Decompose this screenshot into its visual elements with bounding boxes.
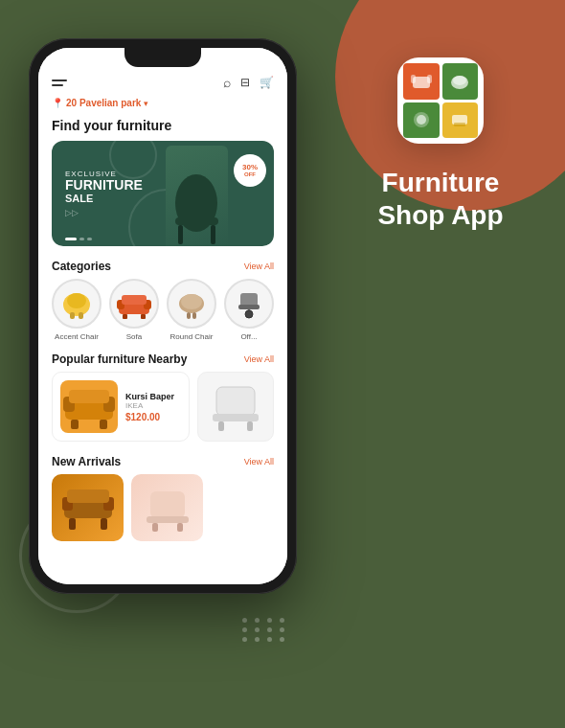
new-arrivals-title: New Arrivals — [52, 455, 121, 468]
svg-rect-1 — [175, 217, 218, 225]
svg-rect-30 — [218, 421, 224, 431]
banner-furniture-label: FURNITURE — [65, 178, 260, 193]
arrival-card-2[interactable] — [131, 474, 203, 541]
app-icon-q1 — [403, 63, 440, 100]
category-round-chair-icon — [167, 279, 216, 329]
svg-rect-29 — [213, 414, 259, 421]
svg-rect-28 — [216, 387, 255, 416]
category-accent-chair[interactable]: Accent Chair — [52, 279, 102, 341]
svg-rect-38 — [150, 491, 185, 518]
popular-section-header: Popular furniture Nearby View All — [38, 349, 287, 372]
location-chevron-icon: ▾ — [144, 99, 148, 108]
svg-rect-3 — [211, 225, 215, 244]
popular-card-2[interactable] — [197, 372, 274, 442]
top-action-icons: ⌕ ⊟ 🛒 — [223, 75, 274, 90]
new-arrivals-row — [38, 474, 287, 541]
location-text: 20 Pavelian park — [66, 98, 141, 108]
right-content: Furniture Shop App FurnitureShop App — [345, 57, 536, 231]
svg-rect-2 — [178, 225, 183, 244]
svg-rect-31 — [247, 421, 253, 431]
menu-icon[interactable] — [52, 80, 67, 86]
bg-decoration-dots — [242, 618, 287, 642]
svg-rect-40 — [152, 523, 158, 532]
popular-card-1-brand: IKEA — [125, 401, 181, 410]
category-sofa[interactable]: Sofa — [109, 279, 159, 341]
banner-sale-label: SALE — [65, 193, 260, 204]
svg-point-15 — [181, 294, 202, 309]
banner-dot-1 — [65, 238, 77, 240]
svg-rect-13 — [141, 314, 146, 319]
svg-rect-44 — [427, 75, 432, 83]
promo-banner[interactable]: EXCLUSIVE FURNITURE SALE ▷▷ — [52, 141, 274, 246]
phone-mockup: ⌕ ⊟ 🛒 📍 20 Pavelian park ▾ Find your fur… — [29, 38, 297, 594]
search-icon[interactable]: ⌕ — [223, 75, 231, 90]
popular-card-1-info: Kursi Baper IKEA $120.00 — [125, 392, 181, 422]
category-office-icon — [224, 279, 274, 329]
svg-rect-36 — [69, 518, 76, 530]
svg-rect-41 — [177, 523, 183, 532]
map-icon[interactable]: ⊟ — [240, 76, 250, 89]
banner-arrows: ▷▷ — [65, 208, 260, 217]
category-round-chair-label: Round Chair — [170, 332, 214, 341]
categories-view-all[interactable]: View All — [244, 262, 274, 271]
popular-card-1-price: $120.00 — [125, 412, 181, 422]
location-pin-icon: 📍 — [52, 98, 63, 108]
app-title: Furniture Shop App FurnitureShop App — [345, 167, 536, 231]
app-icon — [397, 57, 484, 144]
banner-dot-3 — [87, 238, 92, 240]
popular-row: Kursi Baper IKEA $120.00 — [38, 372, 287, 451]
svg-rect-6 — [79, 312, 83, 319]
app-icon-q2 — [442, 63, 479, 100]
svg-rect-19 — [238, 305, 260, 309]
phone-screen: ⌕ ⊟ 🛒 📍 20 Pavelian park ▾ Find your fur… — [38, 48, 287, 584]
categories-title: Categories — [52, 260, 111, 273]
location-bar[interactable]: 📍 20 Pavelian park ▾ — [38, 96, 287, 114]
svg-rect-37 — [101, 518, 107, 530]
svg-rect-50 — [454, 123, 465, 126]
popular-title: Popular furniture Nearby — [52, 353, 187, 366]
svg-point-46 — [453, 76, 466, 85]
app-icon-q4 — [442, 102, 479, 139]
svg-rect-11 — [122, 295, 147, 305]
category-accent-chair-label: Accent Chair — [55, 332, 99, 341]
popular-card-1[interactable]: Kursi Baper IKEA $120.00 — [52, 372, 190, 442]
new-arrivals-view-all[interactable]: View All — [244, 457, 274, 466]
page-title: Find your furniture — [38, 114, 287, 141]
svg-rect-16 — [187, 312, 191, 319]
svg-rect-27 — [100, 420, 107, 429]
category-office-label: Off... — [240, 332, 257, 341]
new-arrivals-section-header: New Arrivals View All — [38, 451, 287, 474]
phone-frame: ⌕ ⊟ 🛒 📍 20 Pavelian park ▾ Find your fur… — [29, 38, 297, 594]
category-round-chair[interactable]: Round Chair — [167, 279, 216, 341]
phone-notch — [124, 48, 201, 67]
popular-card-1-name: Kursi Baper — [125, 392, 181, 401]
svg-point-21 — [245, 310, 253, 318]
svg-rect-18 — [240, 293, 258, 307]
svg-rect-5 — [70, 312, 75, 319]
category-office[interactable]: Off... — [224, 279, 274, 341]
banner-dot-2 — [79, 238, 84, 240]
category-sofa-label: Sofa — [126, 332, 142, 341]
svg-rect-39 — [147, 516, 189, 523]
popular-card-1-image — [60, 380, 118, 433]
arrival-card-1[interactable] — [52, 474, 124, 541]
svg-rect-17 — [192, 312, 196, 319]
svg-rect-12 — [123, 314, 127, 319]
category-accent-chair-icon — [52, 279, 102, 329]
popular-view-all[interactable]: View All — [244, 354, 274, 364]
banner-carousel-dots — [65, 238, 92, 240]
svg-point-7 — [67, 293, 86, 308]
categories-row: Accent Chair — [38, 279, 287, 349]
category-sofa-icon — [109, 279, 159, 329]
svg-rect-43 — [411, 75, 416, 83]
app-icon-wrapper — [345, 57, 536, 144]
svg-point-48 — [417, 115, 426, 125]
svg-rect-35 — [67, 489, 109, 503]
app-icon-q3 — [403, 102, 440, 139]
svg-rect-25 — [69, 390, 109, 403]
categories-section-header: Categories View All — [38, 256, 287, 279]
banner-text: EXCLUSIVE FURNITURE SALE ▷▷ — [65, 170, 260, 217]
cart-icon[interactable]: 🛒 — [260, 76, 274, 89]
screen-content: ⌕ ⊟ 🛒 📍 20 Pavelian park ▾ Find your fur… — [38, 48, 287, 584]
svg-rect-26 — [71, 420, 79, 429]
